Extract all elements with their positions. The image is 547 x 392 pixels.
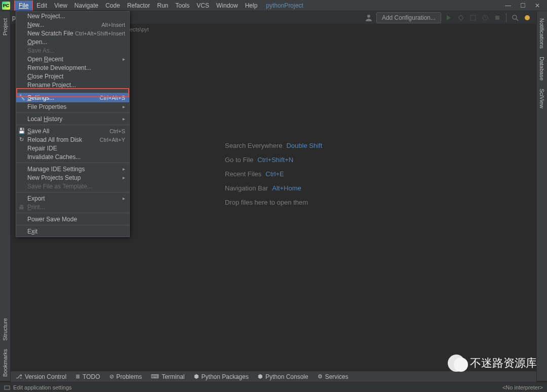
add-configuration-button[interactable]: Add Configuration... bbox=[376, 12, 441, 23]
menu-item-label: New Project... bbox=[27, 13, 65, 20]
svg-rect-10 bbox=[5, 386, 10, 389]
menu-item-manage-ide-settings[interactable]: Manage IDE Settings▸ bbox=[16, 165, 129, 173]
menu-item-power-save-mode[interactable]: Power Save Mode bbox=[16, 215, 129, 223]
close-icon[interactable]: ✕ bbox=[535, 2, 540, 9]
tool-label: Python Console bbox=[265, 373, 308, 380]
tool-version-control[interactable]: ⎇Version Control bbox=[16, 373, 66, 380]
menu-item-label: Exit bbox=[27, 228, 37, 235]
tool-python-console[interactable]: ⬢Python Console bbox=[258, 373, 308, 380]
menu-code[interactable]: Code bbox=[102, 1, 124, 11]
menu-navigate[interactable]: Navigate bbox=[71, 1, 102, 11]
tool-python-packages[interactable]: ⬢Python Packages bbox=[194, 373, 249, 380]
menu-item-settings[interactable]: 🔧Settings...Ctrl+Alt+S bbox=[16, 93, 129, 102]
hint-label: Go to File bbox=[225, 156, 253, 164]
menu-item-new-scratch-file[interactable]: New Scratch FileCtrl+Alt+Shift+Insert bbox=[16, 29, 129, 37]
menu-item-rename-project[interactable]: Rename Project... bbox=[16, 81, 129, 89]
menu-item-label: Rename Project... bbox=[27, 82, 76, 89]
structure-tool-button[interactable]: Structure bbox=[2, 314, 8, 345]
menu-item-close-project[interactable]: Close Project bbox=[16, 72, 129, 81]
menu-run[interactable]: Run bbox=[153, 1, 172, 11]
hint-label: Navigation Bar bbox=[225, 184, 268, 192]
hint-shortcut: Alt+Home bbox=[272, 184, 301, 192]
status-text: Edit application settings bbox=[13, 384, 72, 390]
tool-terminal[interactable]: ⌨Terminal bbox=[151, 373, 184, 380]
print-icon: 🖶 bbox=[18, 204, 25, 210]
menu-item-invalidate-caches[interactable]: Invalidate Caches... bbox=[16, 152, 129, 161]
menu-item-new-projects-setup[interactable]: New Projects Setup▸ bbox=[16, 173, 129, 182]
menu-item-label: Power Save Mode bbox=[27, 216, 77, 223]
project-tool-button[interactable]: Project bbox=[2, 14, 8, 40]
menu-window[interactable]: Window bbox=[213, 1, 242, 11]
svg-rect-4 bbox=[471, 15, 476, 20]
menu-item-local-history[interactable]: Local History▸ bbox=[16, 114, 129, 123]
svg-rect-6 bbox=[495, 16, 499, 20]
menu-item-label: Remote Development... bbox=[27, 64, 91, 71]
tool-label: TODO bbox=[83, 373, 100, 380]
updates-icon[interactable] bbox=[523, 13, 532, 22]
search-icon[interactable] bbox=[511, 13, 520, 22]
shortcut-text: Ctrl+S bbox=[109, 128, 125, 134]
menu-item-reload-all-from-disk[interactable]: ↻Reload All from DiskCtrl+Alt+Y bbox=[16, 135, 129, 144]
svg-point-0 bbox=[367, 15, 370, 18]
database-tool-button[interactable]: Database bbox=[539, 53, 545, 85]
warn-icon: ⊘ bbox=[109, 373, 114, 380]
sciview-tool-button[interactable]: SciView bbox=[539, 85, 545, 112]
submenu-arrow-icon: ▸ bbox=[123, 175, 125, 180]
menu-file[interactable]: File bbox=[14, 1, 33, 11]
menu-item-file-properties[interactable]: File Properties▸ bbox=[16, 102, 129, 111]
tool-services[interactable]: ⚙Services bbox=[318, 373, 348, 380]
tool-label: Services bbox=[325, 373, 348, 380]
bookmarks-tool-button[interactable]: Bookmarks bbox=[2, 345, 8, 381]
svc-icon: ⚙ bbox=[318, 373, 323, 380]
right-tool-gutter: Notifications Database SciView bbox=[536, 11, 547, 381]
tool-label: Version Control bbox=[25, 373, 66, 380]
app-icon: PC bbox=[2, 2, 10, 10]
menu-item-save-all[interactable]: 💾Save AllCtrl+S bbox=[16, 127, 129, 135]
debug-icon[interactable] bbox=[456, 13, 465, 22]
maximize-icon[interactable]: ☐ bbox=[520, 2, 526, 9]
menu-vcs[interactable]: VCS bbox=[193, 1, 213, 11]
profile-icon[interactable] bbox=[481, 13, 490, 22]
svg-point-1 bbox=[459, 16, 463, 20]
shortcut-text: Ctrl+Alt+S bbox=[100, 95, 125, 101]
submenu-arrow-icon: ▸ bbox=[123, 195, 125, 201]
status-icon bbox=[4, 384, 10, 390]
pkg-icon: ⬢ bbox=[194, 373, 199, 380]
coverage-icon[interactable] bbox=[468, 13, 478, 22]
menu-item-exit[interactable]: Exit bbox=[16, 227, 129, 236]
tool-todo[interactable]: ≣TODO bbox=[75, 373, 100, 380]
minimize-icon[interactable]: — bbox=[505, 2, 511, 9]
menu-item-export[interactable]: Export▸ bbox=[16, 194, 129, 203]
menu-refactor[interactable]: Refactor bbox=[124, 1, 153, 11]
menu-item-repair-ide[interactable]: Repair IDE bbox=[16, 144, 129, 152]
menu-item-label: Print... bbox=[27, 204, 45, 211]
svg-point-9 bbox=[525, 15, 530, 20]
menu-tools[interactable]: Tools bbox=[172, 1, 193, 11]
stop-icon[interactable] bbox=[493, 13, 502, 22]
menu-item-label: Export bbox=[27, 195, 45, 202]
file-menu-dropdown: New Project...New...Alt+InsertNew Scratc… bbox=[16, 11, 130, 237]
menu-item-new[interactable]: New...Alt+Insert bbox=[16, 20, 129, 29]
menu-item-label: New... bbox=[27, 21, 44, 28]
menu-item-open[interactable]: Open... bbox=[16, 37, 129, 46]
menu-item-open-recent[interactable]: Open Recent▸ bbox=[16, 55, 129, 63]
tool-problems[interactable]: ⊘Problems bbox=[109, 373, 142, 380]
hint-shortcut: Ctrl+Shift+N bbox=[257, 156, 293, 164]
submenu-arrow-icon: ▸ bbox=[123, 116, 125, 122]
menu-edit[interactable]: Edit bbox=[33, 1, 51, 11]
tool-label: Terminal bbox=[162, 373, 184, 380]
save-icon: 💾 bbox=[18, 128, 25, 134]
interpreter-status[interactable]: <No interpreter> bbox=[502, 384, 543, 390]
menu-view[interactable]: View bbox=[51, 1, 71, 11]
menu-help[interactable]: Help bbox=[242, 1, 261, 11]
run-icon[interactable] bbox=[444, 13, 453, 22]
menu-item-remote-development[interactable]: Remote Development... bbox=[16, 63, 129, 72]
submenu-arrow-icon: ▸ bbox=[123, 166, 125, 172]
notifications-tool-button[interactable]: Notifications bbox=[539, 14, 545, 53]
menu-item-label: Save As... bbox=[27, 47, 55, 54]
user-icon[interactable] bbox=[364, 13, 373, 22]
svg-point-7 bbox=[513, 15, 517, 19]
shortcut-text: Alt+Insert bbox=[101, 22, 125, 28]
menu-item-label: Open Recent bbox=[27, 56, 63, 63]
menu-item-new-project[interactable]: New Project... bbox=[16, 12, 129, 20]
